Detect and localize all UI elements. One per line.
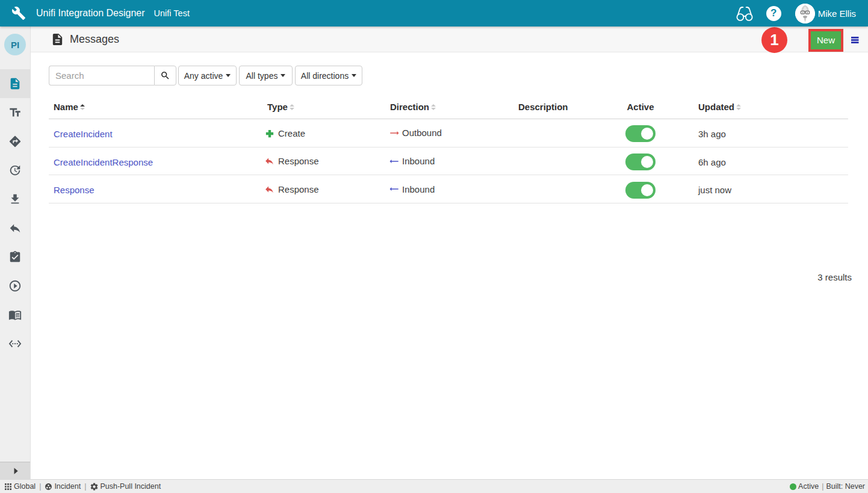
cell-active: [607, 175, 674, 203]
arrow-left-icon: [389, 184, 400, 194]
column-header-description: Description: [513, 95, 607, 119]
code-icon: [8, 337, 22, 350]
status-bar: Global | Incident | Push-Pull Incident A…: [0, 479, 868, 493]
column-header-direction[interactable]: Direction: [385, 95, 513, 119]
column-label: Active: [627, 102, 654, 112]
direction-filter-dropdown[interactable]: All directions: [295, 66, 362, 85]
sidebar-item-messages[interactable]: [0, 69, 30, 98]
statusbar-status: Active: [798, 482, 819, 491]
annotation-highlight-box: New: [808, 29, 843, 52]
cell-direction: Inbound: [385, 175, 513, 203]
direction-label: Outbound: [402, 128, 442, 138]
column-label: Description: [518, 102, 568, 112]
search-icon: [160, 70, 170, 81]
table-row: ResponseResponseInboundjust now: [49, 175, 848, 203]
table-row: CreateIncidentResponseResponseInbound6h …: [49, 147, 848, 175]
caret-down-icon: [226, 74, 231, 77]
active-toggle[interactable]: [625, 182, 656, 199]
cell-name: CreateIncident: [49, 119, 262, 147]
column-label: Updated: [698, 102, 734, 112]
help-icon[interactable]: ?: [766, 6, 781, 21]
filter-row: Any active All types All directions: [49, 66, 850, 85]
preview-glasses-icon[interactable]: [735, 7, 754, 21]
cell-updated: 6h ago: [674, 147, 848, 175]
annotation-step-badge: 1: [761, 27, 787, 53]
search-button[interactable]: [154, 66, 176, 85]
message-link[interactable]: Response: [54, 185, 95, 195]
column-label: Direction: [390, 102, 429, 112]
directions-icon: [8, 135, 22, 148]
help-question-mark: ?: [770, 7, 777, 19]
cell-name: Response: [49, 175, 262, 203]
app-subtitle[interactable]: Unifi Test: [154, 8, 190, 18]
active-toggle[interactable]: [625, 125, 656, 142]
column-header-name[interactable]: Name: [49, 95, 262, 119]
sidebar-nav: [0, 69, 30, 358]
type-filter-label: All types: [246, 71, 278, 81]
sidebar-item-run[interactable]: [0, 271, 30, 300]
hamburger-icon: [851, 37, 859, 43]
user-avatar[interactable]: [795, 4, 815, 23]
message-link[interactable]: CreateIncidentResponse: [54, 157, 153, 167]
toggle-knob: [641, 128, 653, 140]
sidebar-item-code[interactable]: [0, 329, 30, 358]
sidebar-item-history[interactable]: [0, 156, 30, 185]
fields-icon: [8, 106, 22, 119]
statusbar-separator: |: [84, 482, 86, 491]
messages-icon: [8, 77, 22, 90]
apps-grid-icon[interactable]: [5, 483, 11, 490]
statusbar-scope[interactable]: Global: [14, 482, 36, 491]
type-label: Response: [278, 184, 319, 194]
type-label: Response: [278, 156, 319, 166]
sort-carets-icon: [290, 104, 294, 110]
download-icon: [8, 193, 22, 206]
app-title: Unifi Integration Designer: [36, 8, 145, 19]
cell-active: [607, 119, 674, 147]
search-input[interactable]: [49, 66, 154, 85]
column-header-active: Active: [607, 95, 674, 119]
sidebar-item-documentation[interactable]: [0, 300, 30, 329]
cell-description: [513, 147, 607, 175]
column-header-type[interactable]: Type: [262, 95, 385, 119]
arrow-right-icon: [389, 128, 400, 138]
cell-description: [513, 119, 607, 147]
message-link[interactable]: CreateIncident: [54, 129, 113, 139]
statusbar-integration[interactable]: Push-Pull Incident: [100, 482, 161, 491]
gear-icon: [90, 482, 99, 491]
statusbar-separator: |: [39, 482, 41, 491]
top-bar: Unifi Integration Designer Unifi Test ? …: [0, 0, 868, 26]
user-name[interactable]: Mike Ellis: [818, 8, 856, 19]
page-header: Messages 1 New: [31, 26, 868, 52]
sidebar-item-download[interactable]: [0, 185, 30, 214]
sidebar-item-response[interactable]: [0, 214, 30, 243]
reply-icon: [264, 184, 274, 195]
arrow-left-icon: [389, 156, 400, 167]
table-row: CreateIncidentCreateOutbound3h ago: [49, 119, 848, 147]
column-header-updated[interactable]: Updated: [674, 95, 848, 119]
active-filter-label: Any active: [184, 71, 223, 81]
sidebar-item-tasks[interactable]: [0, 243, 30, 271]
new-button[interactable]: New: [811, 31, 841, 49]
toggle-knob: [641, 184, 653, 196]
cell-direction: Inbound: [385, 147, 513, 175]
sidebar-item-directions[interactable]: [0, 127, 30, 156]
caret-down-icon: [352, 74, 356, 77]
active-status-dot: [790, 483, 796, 490]
type-label: Create: [278, 128, 305, 138]
active-filter-dropdown[interactable]: Any active: [178, 66, 237, 85]
sidebar-expand-button[interactable]: [0, 462, 30, 480]
sidebar-item-fields[interactable]: [0, 98, 30, 127]
sort-carets-icon: [431, 104, 436, 110]
active-toggle[interactable]: [625, 153, 656, 170]
tasks-icon: [8, 250, 22, 264]
integration-avatar[interactable]: PI: [4, 34, 26, 55]
column-label: Type: [267, 102, 288, 112]
type-filter-dropdown[interactable]: All types: [239, 66, 293, 85]
hamburger-menu-button[interactable]: [851, 37, 859, 43]
statusbar-process[interactable]: Incident: [54, 482, 81, 491]
cell-description: [513, 175, 607, 203]
cell-type: Response: [262, 147, 385, 175]
sidebar: PI: [0, 26, 31, 480]
cell-name: CreateIncidentResponse: [49, 147, 262, 175]
main-content: Any active All types All directions Name…: [31, 52, 868, 480]
